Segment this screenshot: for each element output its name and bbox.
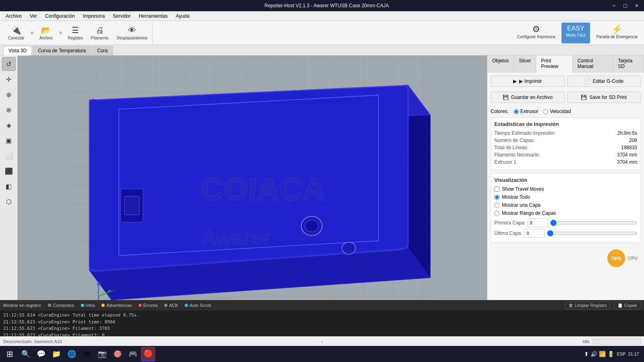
- taskbar-edge[interactable]: 🌐: [64, 347, 79, 361]
- taskbar-target[interactable]: 🎯: [110, 347, 125, 361]
- minimize-button[interactable]: −: [610, 2, 618, 10]
- perspective-tool[interactable]: ◈: [2, 118, 16, 132]
- panel-tab-control-manual[interactable]: Control Manual: [573, 56, 613, 72]
- filamento-icon: 🖨: [96, 26, 104, 35]
- menu-configuracion[interactable]: Configuración: [41, 12, 79, 20]
- configurar-icon: ⚙: [532, 24, 540, 35]
- filter-infos[interactable]: Infos: [81, 303, 95, 308]
- show-travel-moves-label: Show Travel Moves: [502, 186, 544, 192]
- stat-capas-label: Número de Capas:: [494, 138, 535, 143]
- panel-tab-slicer[interactable]: Slicer: [514, 56, 536, 72]
- mostrar-rango-option[interactable]: Mostrar Rango de Capas: [494, 210, 637, 216]
- primera-capa-input[interactable]: [528, 218, 548, 227]
- log-time-3: 21:12:55.623: [3, 333, 35, 337]
- dot-comandos: [48, 304, 51, 307]
- taskbar-photos[interactable]: 📷: [95, 347, 109, 361]
- taskbar-app8[interactable]: 🎮: [126, 347, 140, 361]
- taskbar-chat[interactable]: 💬: [34, 347, 48, 361]
- log-toolbar: Mostrar en registro: Comandos Infos Adve…: [0, 300, 644, 311]
- filter-advertencias[interactable]: Advertencias: [101, 303, 132, 308]
- taskbar-explorer[interactable]: 📁: [49, 347, 64, 361]
- tray-icons: ⬆ 🔊 📶 🔋: [584, 351, 614, 357]
- rotate-tool[interactable]: ↺: [2, 57, 16, 71]
- parada-emergencia-button[interactable]: ⚡ Parada de Emergencia: [593, 23, 641, 43]
- tray-volume-icon[interactable]: 🔊: [590, 351, 597, 357]
- visualization-section: Visualización Show Travel Moves Mostrar …: [491, 173, 641, 243]
- menu-herramientas[interactable]: Herramientas: [135, 12, 172, 20]
- mostrar-todo-option[interactable]: Mostrar Todo: [494, 194, 637, 200]
- filter-auto-scroll[interactable]: Auto Scroll: [185, 303, 211, 308]
- zoom-in-tool[interactable]: ⊕: [2, 88, 16, 101]
- registro-button[interactable]: ☰ Registro: [65, 23, 86, 43]
- close-button[interactable]: ×: [633, 2, 641, 10]
- modo-facil-button[interactable]: EASY Modo Fácil: [561, 23, 590, 43]
- configurar-impresora-button[interactable]: ⚙ Configurar Impresora: [514, 23, 558, 43]
- panel-tab-objetos[interactable]: Objetos: [487, 56, 514, 72]
- side-view-tool[interactable]: ◧: [2, 179, 16, 193]
- maximize-button[interactable]: □: [621, 2, 629, 10]
- front-view-tool[interactable]: ⬛: [2, 164, 16, 178]
- menu-archivo[interactable]: Archivo: [2, 12, 26, 20]
- stat-lineas-value: 198833: [621, 145, 637, 150]
- log-text-2: <CuraEngine> Filament: 3703: [38, 326, 110, 331]
- filter-autoscroll-label: Auto Scroll: [190, 303, 211, 308]
- copiar-button[interactable]: 📋 Copiar: [614, 302, 641, 309]
- iso-view-tool[interactable]: ⬡: [2, 195, 16, 208]
- extrusor-radio[interactable]: [514, 109, 519, 114]
- idle-input[interactable]: [592, 339, 641, 344]
- log-line-1: 21:12:55.623 <CuraEngine> Print time: 89…: [3, 319, 641, 326]
- extrusor-option[interactable]: Extrusor: [514, 109, 539, 114]
- tab-cura[interactable]: Cura: [92, 46, 113, 55]
- filamento-button[interactable]: 🖨 Filamento: [88, 23, 112, 43]
- tray-wifi-icon[interactable]: 📶: [599, 351, 606, 357]
- guardar-archivo-button[interactable]: 💾 Guardar en Archivo: [491, 92, 565, 103]
- mostrar-rango-radio[interactable]: [494, 211, 500, 216]
- editar-gcode-button[interactable]: 📄 Editar G-Code: [567, 76, 641, 87]
- reset-view-tool[interactable]: ⊗: [2, 103, 16, 117]
- mostrar-una-capa-option[interactable]: Mostrar una Capa: [494, 202, 637, 208]
- mostrar-todo-radio[interactable]: [494, 195, 500, 200]
- conectar-icon: 🔌: [11, 25, 21, 35]
- imprimir-button[interactable]: ▶ ▶ Imprimir: [491, 76, 565, 87]
- limpiar-registro-button[interactable]: 🗑 Limpiar Registro: [565, 302, 610, 309]
- desplazamientos-button[interactable]: 👁 Desplazamientos: [114, 23, 151, 43]
- editar-icon: 📄: [584, 78, 590, 84]
- show-travel-moves-checkbox[interactable]: [494, 187, 500, 192]
- ultima-capa-input[interactable]: [524, 229, 545, 238]
- menu-ver[interactable]: Ver: [26, 12, 41, 20]
- configurar-label: Configurar Impresora: [517, 35, 555, 39]
- status-right: Idle: [582, 339, 641, 344]
- filter-comandos[interactable]: Comandos: [48, 303, 74, 308]
- menu-impresora[interactable]: Impresora: [79, 12, 109, 20]
- save-sd-button[interactable]: 💾 Save for SD Print: [567, 92, 641, 103]
- ultima-capa-slider[interactable]: [547, 230, 637, 237]
- mostrar-una-capa-radio[interactable]: [494, 203, 500, 208]
- velocidad-radio[interactable]: [543, 109, 548, 114]
- tray-battery-icon[interactable]: 🔋: [607, 351, 614, 357]
- top-view-tool[interactable]: ⬜: [2, 149, 16, 162]
- show-travel-moves-option[interactable]: Show Travel Moves: [494, 186, 637, 192]
- archivo-button[interactable]: 📂 Archivo: [36, 23, 56, 43]
- conectar-button[interactable]: 🔌 Conectar: [5, 23, 28, 43]
- taskbar-store[interactable]: 🛍: [80, 347, 94, 361]
- taskbar-search[interactable]: 🔍: [19, 347, 33, 361]
- filter-errores[interactable]: Errores: [138, 303, 158, 308]
- tab-curva[interactable]: Curva de Temperatura: [33, 46, 91, 55]
- box-view-tool[interactable]: ▣: [2, 134, 16, 147]
- primera-capa-slider[interactable]: [550, 220, 637, 226]
- tab-vista3d[interactable]: Vista 3D: [3, 46, 32, 56]
- mostrar-una-capa-label: Mostrar una Capa: [502, 202, 541, 208]
- menu-servidor[interactable]: Servidor: [109, 12, 135, 20]
- viewport-3d[interactable]: COIACA COIACA Awarer Awarer Z: [18, 56, 487, 300]
- filter-ack[interactable]: ACK: [164, 303, 178, 308]
- pan-tool[interactable]: ✛: [2, 72, 16, 86]
- taskbar-repetier[interactable]: 🔴: [141, 347, 155, 361]
- tray-up-icon[interactable]: ⬆: [584, 351, 589, 357]
- panel-tab-print-preview[interactable]: Print Preview: [536, 56, 572, 72]
- start-button[interactable]: ⊞: [2, 347, 18, 361]
- stat-filamento-value: 3704 mm: [617, 152, 637, 158]
- log-area: Mostrar en registro: Comandos Infos Adve…: [0, 300, 644, 336]
- velocidad-option[interactable]: Velocidad: [543, 109, 571, 114]
- menu-ayuda[interactable]: Ayuda: [172, 12, 194, 20]
- panel-tab-tarjeta-sd[interactable]: Tarjeta SD: [613, 56, 644, 72]
